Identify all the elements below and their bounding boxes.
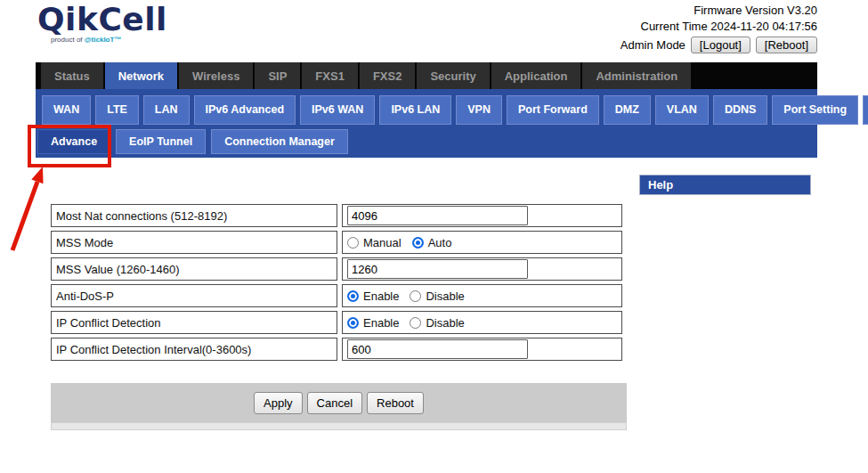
subnav-item-ipv6-lan[interactable]: IPv6 LAN (379, 95, 451, 125)
form-row-anti-dos-p: Anti-DoS-PEnableDisable (51, 284, 622, 307)
tab-security[interactable]: Security (417, 62, 489, 89)
field-label: Most Nat connections (512-8192) (51, 204, 337, 227)
tab-application[interactable]: Application (491, 62, 581, 89)
radio-label: Manual (363, 236, 402, 249)
action-bar-footer-strip (51, 422, 627, 430)
subnav-item-advance[interactable]: Advance (37, 129, 110, 154)
radio-manual[interactable] (347, 237, 359, 249)
field-value-cell: EnableDisable (342, 311, 622, 334)
form-row-mss-value-1260-1460: MSS Value (1260-1460) (51, 257, 622, 281)
reboot-header-button[interactable]: [Reboot] (756, 37, 817, 53)
subnav-item-port-forward[interactable]: Port Forward (507, 95, 599, 125)
subnav-row-2: AdvanceEoIP TunnelConnection Manager (37, 129, 348, 154)
ip-conflict-detection-interval-0-3600s-input[interactable] (347, 339, 528, 359)
reboot-button[interactable]: Reboot (367, 392, 424, 414)
tab-network[interactable]: Network (105, 62, 177, 89)
subnav-row-1: WANLTELANIPv6 AdvancedIPv6 WANIPv6 LANVP… (42, 95, 868, 125)
radio-label: Enable (363, 290, 399, 303)
apply-button[interactable]: Apply (254, 392, 303, 414)
radio-label: Enable (363, 316, 399, 330)
field-value-cell (342, 338, 622, 361)
field-value-cell (342, 257, 622, 281)
subnav-item-ipv6-wan[interactable]: IPv6 WAN (300, 95, 375, 125)
tab-wireless[interactable]: Wireless (179, 62, 253, 89)
subnav-item-ddns[interactable]: DDNS (713, 95, 767, 125)
field-value-cell: ManualAuto (342, 231, 622, 254)
tab-sip[interactable]: SIP (255, 62, 300, 89)
brand-tagline-mark: @tickIoT™ (85, 36, 122, 44)
subnav-item-eoip-tunnel[interactable]: EoIP Tunnel (116, 129, 206, 154)
red-arrow-head (31, 167, 43, 183)
tab-administration[interactable]: Administration (582, 62, 691, 89)
form-row-ip-conflict-detection: IP Conflict DetectionEnableDisable (51, 311, 622, 334)
subnav-item-dmz[interactable]: DMZ (604, 95, 651, 125)
subnav-item-connection-manager[interactable]: Connection Manager (211, 129, 348, 154)
subnav-item-vpn[interactable]: VPN (456, 95, 502, 125)
header-info: Firmware Version V3.20 Current Time 2024… (621, 3, 817, 53)
current-time: Current Time 2024-11-20 04:17:56 (621, 19, 817, 35)
subnav-item-ipv6-advanced[interactable]: IPv6 Advanced (194, 95, 296, 125)
red-arrow-shaft (12, 182, 37, 250)
form-row-ip-conflict-detection-interval-0-3600s: IP Conflict Detection Interval(0-3600s) (51, 338, 622, 361)
field-value-cell (342, 204, 622, 227)
field-label: IP Conflict Detection Interval(0-3600s) (51, 338, 337, 361)
admin-mode-label: Admin Mode (621, 37, 685, 53)
tab-fxs2[interactable]: FXS2 (360, 62, 416, 89)
settings-table: Most Nat connections (512-8192)MSS ModeM… (46, 200, 627, 364)
logout-button[interactable]: [Logout] (691, 37, 750, 53)
radio-label: Auto (428, 236, 452, 249)
subnav-item-port-setting[interactable]: Port Setting (772, 95, 858, 125)
brand-tagline-prefix: product of (51, 36, 83, 44)
main-nav-bar: StatusNetworkWirelessSIPFXS1FXS2Security… (36, 62, 817, 89)
ip-conflict-detection-radio-group: EnableDisable (347, 316, 621, 330)
subnav-item-lte[interactable]: LTE (95, 95, 139, 125)
tab-status[interactable]: Status (41, 62, 103, 89)
subnav-item-vlan[interactable]: VLAN (655, 95, 709, 125)
help-header: Help (639, 175, 811, 195)
radio-disable[interactable] (410, 290, 421, 302)
field-label: MSS Mode (51, 231, 337, 254)
mss-mode-radio-group: ManualAuto (347, 236, 621, 249)
action-bar: ApplyCancelReboot (51, 383, 627, 422)
anti-dos-p-radio-group: EnableDisable (347, 290, 621, 303)
firmware-version: Firmware Version V3.20 (621, 3, 817, 19)
cancel-button[interactable]: Cancel (307, 392, 362, 414)
subnav-band: WANLTELANIPv6 AdvancedIPv6 WANIPv6 LANVP… (36, 89, 817, 158)
radio-label: Disable (426, 316, 464, 330)
radio-label: Disable (426, 290, 464, 303)
mss-value-1260-1460-input[interactable] (347, 259, 528, 279)
radio-enable-checked[interactable] (347, 317, 359, 329)
radio-disable[interactable] (410, 317, 421, 329)
subnav-item-wan[interactable]: WAN (42, 95, 91, 125)
radio-enable-checked[interactable] (347, 290, 359, 302)
brand-logo-text: QikCell (37, 2, 167, 37)
form-row-most-nat-connections-512-8192: Most Nat connections (512-8192) (51, 204, 622, 227)
subnav-item-routing[interactable]: Routing (863, 95, 868, 125)
subnav-item-lan[interactable]: LAN (143, 95, 190, 125)
field-label: MSS Value (1260-1460) (51, 257, 337, 281)
tab-fxs1[interactable]: FXS1 (302, 62, 358, 89)
field-label: Anti-DoS-P (51, 284, 337, 307)
most-nat-connections-512-8192-input[interactable] (347, 206, 528, 225)
field-value-cell: EnableDisable (342, 284, 622, 307)
brand-logo: QikCell product of @tickIoT™ (37, 2, 167, 44)
field-label: IP Conflict Detection (51, 311, 337, 334)
radio-auto-checked[interactable] (412, 237, 424, 249)
form-row-mss-mode: MSS ModeManualAuto (51, 231, 622, 254)
